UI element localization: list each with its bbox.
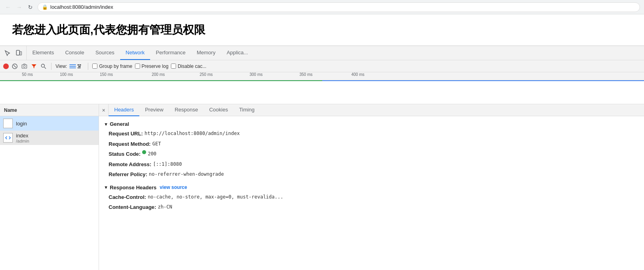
login-file-name: login [16, 121, 27, 127]
waterfall-view-icon[interactable] [77, 63, 84, 69]
general-section-title: General [110, 121, 129, 127]
details-panel: × Headers Preview Response Cookies Timin… [99, 104, 644, 270]
tick-350ms: 350 ms [299, 72, 313, 77]
file-list-panel: Name login [0, 104, 99, 270]
url-text: localhost:8080/admin/index [50, 4, 113, 10]
filter-button[interactable] [30, 63, 38, 70]
preserve-log-checkbox[interactable] [135, 64, 140, 69]
tick-200ms: 200 ms [152, 72, 165, 77]
refresh-button[interactable]: ↻ [26, 3, 34, 11]
file-item-index[interactable]: index /admin [0, 131, 99, 145]
svg-line-7 [44, 67, 46, 69]
detail-tab-response[interactable]: Response [169, 104, 204, 116]
login-file-icon [3, 119, 13, 128]
tick-300ms: 300 ms [250, 72, 263, 77]
response-headers-section-header[interactable]: ▼ Response Headers view source [99, 183, 644, 192]
tab-performance[interactable]: Performance [150, 46, 191, 60]
detail-row-cache-control: Cache-Control: no-cache, no-store, max-a… [99, 192, 644, 202]
tab-network[interactable]: Network [120, 46, 151, 60]
network-body: Name login [0, 104, 644, 270]
list-view-icon[interactable] [69, 63, 76, 69]
svg-rect-1 [20, 52, 22, 55]
detail-tab-cookies[interactable]: Cookies [204, 104, 234, 116]
device-toolbar-icon[interactable] [14, 49, 23, 58]
content-language-value: zh-CN [158, 203, 172, 211]
detail-row-status: Status Code: 200 [99, 149, 644, 159]
svg-line-3 [14, 65, 16, 68]
file-item-login[interactable]: login [0, 116, 99, 131]
detail-row-content-language: Content-Language: zh-CN [99, 202, 644, 212]
svg-point-6 [42, 64, 45, 67]
tab-sources[interactable]: Sources [90, 46, 120, 60]
devtools-tabs-bar: Elements Console Sources Network Perform… [0, 46, 644, 60]
detail-row-remote: Remote Address: [::1]:8080 [99, 159, 644, 170]
status-dot [142, 150, 146, 154]
svg-rect-11 [77, 64, 79, 66]
tick-100ms: 100 ms [60, 72, 73, 77]
details-tabs-bar: × Headers Preview Response Cookies Timin… [99, 104, 644, 116]
toolbar-divider-1 [51, 63, 52, 70]
status-value: 200 [148, 150, 157, 158]
detail-tab-headers[interactable]: Headers [109, 104, 139, 116]
index-file-path: /admin [16, 139, 29, 143]
general-arrow: ▼ [104, 122, 108, 127]
method-key: Request Method: [109, 140, 151, 148]
preserve-log-checkbox-group: Preserve log [135, 64, 168, 69]
group-by-frame-label: Group by frame [99, 64, 132, 69]
forward-button[interactable]: → [15, 3, 23, 11]
url-key: Request URL: [109, 130, 143, 138]
response-headers-arrow: ▼ [104, 185, 108, 190]
clear-button[interactable] [11, 63, 18, 70]
disable-cache-checkbox-group: Disable cac... [171, 64, 206, 69]
general-section-header[interactable]: ▼ General [99, 119, 644, 129]
timeline-blue-bar [322, 80, 644, 81]
back-button[interactable]: ← [4, 3, 12, 11]
index-file-info: index /admin [16, 133, 29, 143]
main-area: 若您进入此页面,代表您拥有管理员权限 Elements Consol [0, 14, 644, 270]
tab-memory[interactable]: Memory [191, 46, 221, 60]
record-button[interactable] [3, 64, 9, 69]
view-icons [69, 63, 84, 69]
view-label: View: [55, 64, 67, 69]
tab-elements[interactable]: Elements [27, 46, 59, 60]
cache-control-key: Cache-Control: [109, 193, 146, 201]
close-details-button[interactable]: × [99, 104, 109, 116]
search-button[interactable] [40, 63, 47, 70]
detail-tab-preview[interactable]: Preview [139, 104, 169, 116]
svg-rect-13 [78, 66, 81, 67]
tick-250ms: 250 ms [200, 72, 213, 77]
detail-tab-timing[interactable]: Timing [234, 104, 260, 116]
screenshot-button[interactable] [21, 63, 28, 70]
toolbar-divider-2 [88, 63, 88, 70]
file-list-items: login index /admin [0, 116, 99, 270]
timeline-ruler: 50 ms 100 ms 150 ms 200 ms 250 ms 300 ms… [0, 72, 644, 80]
detail-row-method: Request Method: GET [99, 139, 644, 149]
remote-value: [::1]:8080 [153, 161, 182, 169]
index-file-name: index [16, 133, 29, 139]
svg-rect-4 [22, 65, 27, 68]
address-bar[interactable]: 🔒 localhost:8080/admin/index [38, 2, 640, 12]
tab-application[interactable]: Applica... [221, 46, 254, 60]
group-by-frame-checkbox[interactable] [92, 64, 97, 69]
inspect-element-icon[interactable] [3, 49, 12, 58]
svg-rect-0 [16, 50, 20, 55]
disable-cache-label: Disable cac... [178, 64, 206, 69]
tick-50ms: 50 ms [22, 72, 33, 77]
referrer-value: no-referrer-when-downgrade [149, 171, 224, 179]
svg-rect-14 [77, 68, 81, 68]
nav-buttons: ← → ↻ [4, 3, 34, 11]
response-headers-section-title: Response Headers [110, 185, 157, 191]
lock-icon: 🔒 [42, 4, 48, 10]
page-content: 若您进入此页面,代表您拥有管理员权限 [0, 14, 644, 46]
index-file-icon [3, 133, 13, 143]
cache-control-value: no-cache, no-store, max-age=0, must-reva… [148, 193, 283, 201]
tick-400ms: 400 ms [351, 72, 365, 77]
content-language-key: Content-Language: [109, 203, 156, 211]
detail-row-url: Request URL: http://localhost:8080/admin… [99, 129, 644, 139]
tab-console[interactable]: Console [59, 46, 90, 60]
view-source-link[interactable]: view source [160, 185, 187, 190]
details-content: ▼ General Request URL: http://localhost:… [99, 116, 644, 270]
disable-cache-checkbox[interactable] [171, 64, 176, 69]
browser-bar: ← → ↻ 🔒 localhost:8080/admin/index [0, 0, 644, 14]
svg-point-5 [24, 66, 26, 68]
